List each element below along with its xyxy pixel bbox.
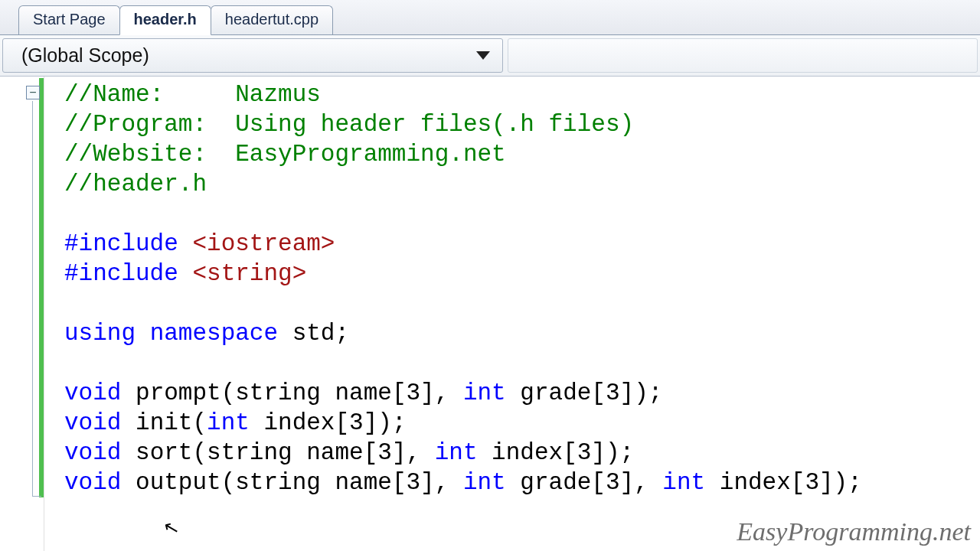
code-line: //header.h (64, 171, 207, 197)
code-token: grade[3]); (506, 380, 663, 406)
code-editor[interactable]: − //Name: Nazmus //Program: Using header… (0, 77, 980, 551)
code-token: int (435, 439, 478, 466)
tab-bar: Start Page header.h headertut.cpp (0, 0, 980, 35)
code-token: using (64, 320, 136, 347)
code-line: //Program: Using header files(.h files) (64, 111, 634, 138)
code-token: index[3]); (705, 469, 862, 496)
code-token: #include (64, 230, 192, 257)
tab-headertut-cpp[interactable]: headertut.cpp (211, 5, 333, 34)
code-token: sort(string name[3], (121, 439, 434, 466)
editor-gutter: − (0, 77, 44, 551)
scope-label: (Global Scope) (21, 44, 149, 67)
code-token: prompt(string name[3], (121, 380, 462, 406)
code-token: void (64, 439, 121, 466)
code-token: index[3]); (478, 439, 635, 466)
code-token: int (662, 469, 705, 496)
code-token: <iostream> (192, 230, 335, 257)
code-area[interactable]: //Name: Nazmus //Program: Using header f… (44, 77, 980, 551)
code-token: grade[3], (506, 469, 663, 496)
fold-toggle[interactable]: − (26, 86, 40, 99)
code-token: std; (278, 320, 349, 347)
code-token: void (64, 409, 121, 436)
chevron-down-icon (476, 51, 490, 60)
tab-start-page[interactable]: Start Page (18, 5, 120, 34)
scope-bar: (Global Scope) (0, 35, 980, 77)
code-token: output(string name[3], (121, 469, 462, 496)
tab-header-h[interactable]: header.h (119, 5, 211, 35)
code-token: <string> (192, 260, 306, 287)
code-token: #include (64, 260, 192, 287)
code-token: int (207, 409, 250, 436)
code-token: index[3]); (250, 409, 407, 436)
member-dropdown[interactable] (508, 38, 978, 73)
code-token: namespace (150, 320, 278, 347)
code-token: void (64, 380, 121, 406)
code-token: int (463, 469, 506, 496)
code-token: init( (121, 409, 207, 436)
scope-dropdown[interactable]: (Global Scope) (2, 38, 503, 73)
change-indicator (39, 78, 44, 497)
code-token (136, 320, 150, 347)
code-line: //Website: EasyProgramming.net (64, 141, 506, 168)
code-token: int (463, 380, 506, 406)
code-line: //Name: Nazmus (64, 81, 321, 108)
outline-guide (32, 101, 33, 496)
outline-guide-end (32, 496, 41, 497)
code-token: void (64, 469, 121, 496)
